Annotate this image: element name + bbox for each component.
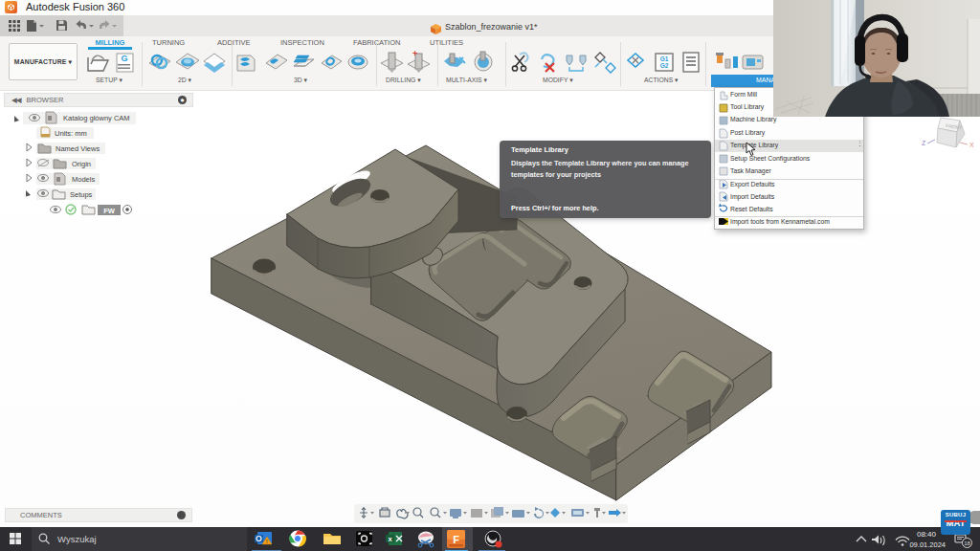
svg-text:18: 18 — [964, 540, 970, 546]
svg-text:F: F — [453, 534, 459, 545]
svg-text:!: ! — [266, 539, 268, 544]
svg-text:Z: Z — [922, 140, 926, 146]
svg-text:X: X — [969, 142, 974, 148]
